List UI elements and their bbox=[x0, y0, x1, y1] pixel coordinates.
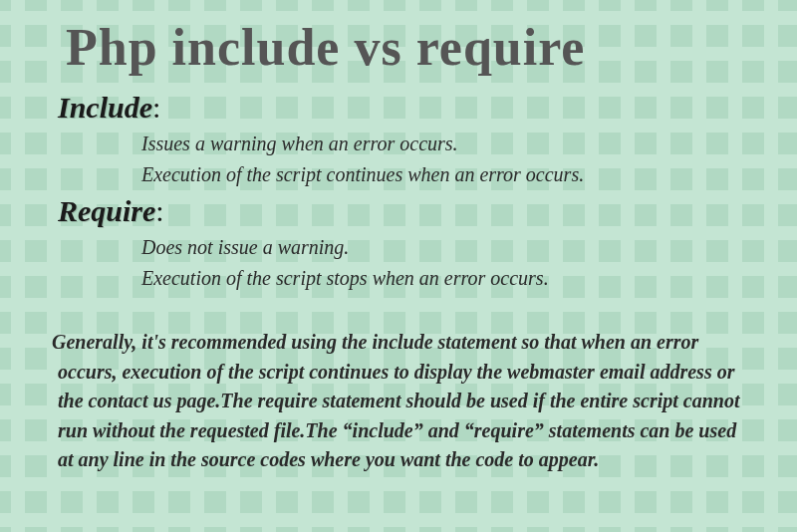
page-title: Php include vs require bbox=[0, 0, 797, 77]
require-point-2: Execution of the script stops when an er… bbox=[0, 267, 797, 290]
include-point-2: Execution of the script continues when a… bbox=[0, 163, 797, 186]
include-point-1: Issues a warning when an error occurs. bbox=[0, 133, 797, 155]
include-keyword: Include bbox=[58, 91, 152, 124]
require-keyword: Require bbox=[58, 194, 155, 227]
require-point-1: Does not issue a warning. bbox=[0, 236, 797, 259]
include-heading: Include: bbox=[0, 91, 797, 125]
summary-paragraph: Generally, it's recommended using the in… bbox=[0, 328, 797, 475]
colon: : bbox=[155, 194, 163, 227]
colon: : bbox=[152, 91, 160, 124]
require-heading: Require: bbox=[0, 194, 797, 228]
